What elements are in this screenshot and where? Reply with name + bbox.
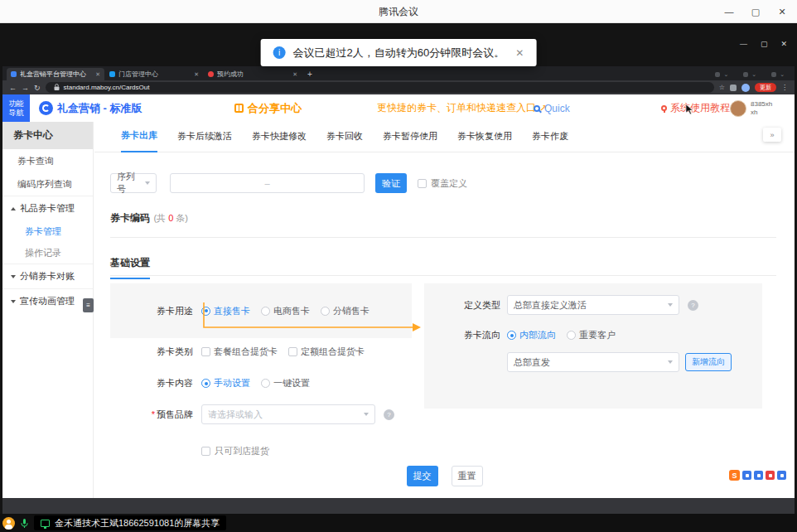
bulb-icon [661, 105, 667, 111]
tab-stub[interactable]: ⌄ [743, 71, 756, 78]
tab-stub[interactable]: ⌄ [771, 71, 785, 78]
flow-target-select[interactable]: 总部直发 [507, 352, 679, 372]
tab-card-resume[interactable]: 券卡恢复使用 [457, 130, 512, 152]
extension-s-icon[interactable]: S [729, 470, 740, 481]
new-tab-icon[interactable]: + [307, 70, 312, 79]
tab-stub[interactable]: ⌄ [715, 71, 728, 78]
browser-menu-icon[interactable]: ⋮ [781, 84, 788, 91]
back-icon[interactable]: ← [9, 84, 17, 92]
sidebar-collapse-handle[interactable]: ≡ [83, 298, 94, 312]
brand-select[interactable]: 请选择或输入 [201, 404, 375, 424]
serial-type-select[interactable]: 序列号 [110, 173, 157, 193]
define-type-select[interactable]: 总部直接定义激活 [507, 295, 679, 315]
tab-close-icon[interactable]: ✕ [95, 71, 100, 78]
favicon-icon [743, 72, 748, 77]
share-status-text: 金禾通技术王斌18662591081的屏幕共享 [55, 517, 220, 530]
app-logo: 礼盒营销 - 标准版 [39, 94, 142, 122]
checkbox-combo-pickup-card[interactable]: 套餐组合提货卡 [201, 346, 278, 358]
radio-direct-sale[interactable]: 直接售卡 [201, 305, 250, 317]
browser-tab-active[interactable]: 礼盒营销平台管理中心 ✕ [7, 68, 104, 80]
chevron-down-icon [668, 303, 673, 307]
radio-distribution-sale[interactable]: 分销售卡 [321, 305, 370, 317]
sidebar-item-card-query[interactable]: 券卡查询 [2, 149, 93, 172]
sidebar-group-gift-card-mgmt[interactable]: 礼品券卡管理 [2, 196, 93, 220]
tab-card-outbound[interactable]: 券卡出库 [121, 129, 157, 152]
sidebar-group-label: 宣传动画管理 [20, 295, 75, 307]
shared-minimize-icon[interactable]: — [740, 40, 747, 48]
forward-icon[interactable]: → [22, 84, 29, 92]
toast-close-icon[interactable]: ✕ [515, 47, 524, 59]
chevron-down-icon [364, 413, 369, 416]
tab-close-icon[interactable]: ✕ [194, 71, 199, 78]
radio-internal-flow[interactable]: 内部流向 [507, 329, 556, 341]
reset-button[interactable]: 重置 [452, 466, 483, 486]
extension-icon[interactable] [766, 471, 775, 480]
address-bar[interactable]: standard.maboy.cn/CardsOut [46, 82, 714, 93]
card-coding-title: 券卡编码 [110, 212, 150, 224]
browser-tab[interactable]: 门店管理中心 ✕ [105, 68, 203, 80]
count-prefix: (共 [153, 213, 168, 223]
microphone-icon[interactable] [19, 518, 30, 529]
share-center-link[interactable]: 合分享中心 [234, 94, 302, 122]
define-type-value: 总部直接定义激活 [514, 299, 587, 312]
submit-button[interactable]: 提交 [407, 466, 438, 486]
extension-icon[interactable] [754, 471, 763, 480]
tutorial-label: 系统使用教程 [670, 101, 730, 115]
checkbox-label: 定额组合提货卡 [301, 346, 365, 358]
sidebar-group-promo-animation[interactable]: 宣传动画管理 [2, 288, 93, 313]
radio-label: 直接售卡 [214, 305, 250, 317]
reload-icon[interactable]: ↻ [34, 84, 41, 92]
update-badge[interactable]: 更新 [755, 83, 776, 92]
sidebar-item-operation-log[interactable]: 操作记录 [2, 242, 93, 264]
shared-close-icon[interactable]: ✕ [780, 40, 787, 48]
category-label: 券卡类别 [110, 346, 193, 358]
tab-card-quick-edit[interactable]: 券卡快捷修改 [252, 130, 307, 152]
maximize-icon[interactable]: ▢ [742, 0, 769, 23]
radio-ecommerce-sale[interactable]: 电商售卡 [261, 305, 310, 317]
radio-one-click-setting[interactable]: 一键设置 [261, 377, 310, 389]
tab-card-suspend[interactable]: 券卡暂停使用 [383, 130, 437, 152]
add-flow-button[interactable]: 新增流向 [685, 353, 732, 371]
browser-extension-toolbar: S [729, 470, 786, 481]
shared-maximize-icon[interactable]: ▢ [761, 40, 768, 48]
quick-search[interactable]: Quick [534, 94, 570, 122]
system-tutorial-link[interactable]: 系统使用教程 [661, 94, 730, 122]
browser-tab[interactable]: 预约成功 ✕ [204, 68, 302, 80]
store-pickup-checkbox[interactable] [201, 447, 210, 456]
serial-range-input[interactable]: – [170, 173, 365, 193]
sidebar-group-distribution-account[interactable]: 分销券卡对账 [2, 264, 93, 288]
radio-icon [321, 307, 330, 316]
user-account[interactable]: 8385xh xh [730, 94, 772, 122]
minimize-icon[interactable]: — [716, 0, 742, 23]
radio-important-customer[interactable]: 重要客户 [567, 329, 616, 341]
browser-profile-icon[interactable] [741, 84, 750, 92]
user-name-line1: 8385xh [751, 100, 772, 108]
tab-card-void[interactable]: 券卡作废 [532, 130, 568, 152]
quick-entry-link[interactable]: 更快捷的券卡、订单和快递速查入口 ↗ [377, 94, 547, 122]
tab-card-recycle[interactable]: 券卡回收 [326, 130, 363, 152]
radio-label: 电商售卡 [273, 305, 310, 317]
extension-icon[interactable] [777, 471, 786, 480]
radio-icon [201, 379, 210, 388]
tab-card-activate[interactable]: 券卡后续激活 [177, 130, 232, 152]
expand-panel-button[interactable]: » [763, 128, 781, 142]
checkbox-fixed-combo-pickup-card[interactable]: 定额组合提货卡 [288, 346, 365, 358]
extension-icon[interactable] [742, 471, 751, 480]
definition-panel: 定义类型 总部直接定义激活 ? 券卡流向 内部流向 [424, 283, 762, 409]
verify-button[interactable]: 验证 [375, 173, 407, 193]
help-icon[interactable]: ? [384, 409, 394, 420]
help-icon[interactable]: ? [688, 300, 698, 311]
sidebar-item-card-management[interactable]: 券卡管理 [2, 220, 93, 242]
bookmark-star-icon[interactable]: ☆ [719, 84, 725, 91]
function-nav-button[interactable]: 功能 导航 [2, 94, 30, 122]
tab-basic-settings[interactable]: 基础设置 [110, 256, 150, 279]
gift-icon [234, 104, 244, 113]
browser-toolbar: ← → ↻ standard.maboy.cn/CardsOut ☆ 更新 ⋮ [2, 80, 795, 94]
user-name-line2: xh [751, 109, 757, 116]
close-icon[interactable]: ✕ [769, 0, 795, 23]
radio-manual-setting[interactable]: 手动设置 [201, 377, 250, 389]
overwrite-checkbox[interactable] [418, 179, 427, 188]
tab-close-icon[interactable]: ✕ [292, 71, 297, 78]
sidebar-item-code-serial-query[interactable]: 编码序列查询 [2, 172, 93, 196]
extensions-icon[interactable] [730, 85, 737, 91]
